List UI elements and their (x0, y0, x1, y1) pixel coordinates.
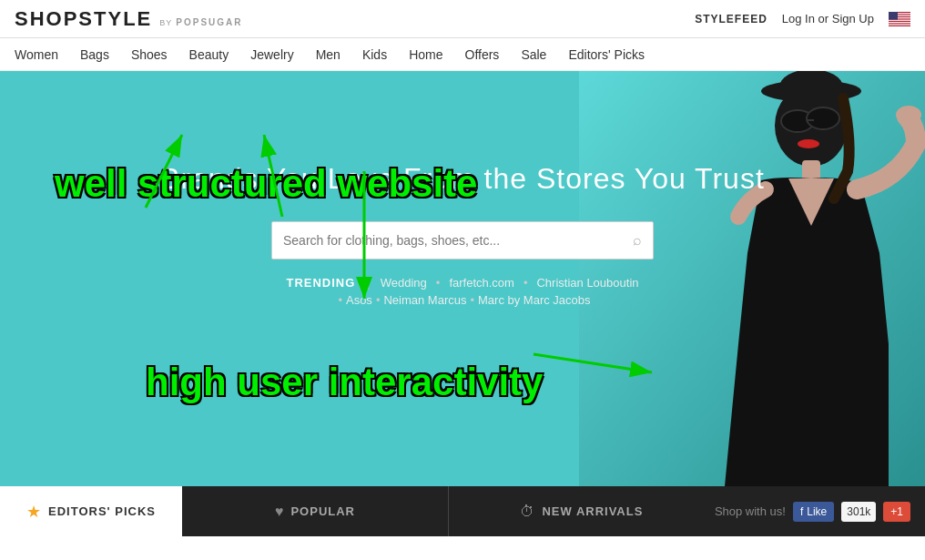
shop-with-us-label: Shop with us! (715, 504, 786, 518)
svg-rect-6 (889, 24, 910, 25)
nav-item-jewelry[interactable]: Jewelry (250, 47, 293, 62)
trending-section: TRENDING | Wedding • farfetch.com • Chri… (286, 276, 638, 307)
header: SHOPSTYLE BY POPSUGAR STYLEFEED Log In o… (0, 0, 925, 38)
annotation-top: well structured website (55, 162, 477, 206)
trending-louboutin[interactable]: Christian Louboutin (536, 276, 638, 290)
trending-marc[interactable]: Marc by Marc Jacobs (478, 293, 591, 307)
nav-item-women[interactable]: Women (15, 47, 58, 62)
svg-rect-4 (889, 19, 910, 20)
svg-point-19 (807, 107, 839, 129)
star-icon: ★ (26, 502, 41, 522)
us-flag-icon[interactable] (889, 12, 910, 26)
trending-neiman[interactable]: Neiman Marcus (383, 293, 466, 307)
header-right: STYLEFEED Log In or Sign Up (695, 12, 910, 26)
trending-wedding[interactable]: Wedding (381, 276, 427, 290)
main-nav: Women Bags Shoes Beauty Jewelry Men Kids… (0, 38, 925, 71)
nav-item-sale[interactable]: Sale (521, 47, 546, 62)
search-box[interactable]: ⌕ (271, 221, 654, 260)
trending-row2: • Asos • Neiman Marcus • Marc by Marc Ja… (286, 293, 638, 307)
bottom-bar: ★ EDITORS' PICKS ♥ POPULAR ⏱ NEW ARRIVAL… (0, 486, 925, 536)
search-container: ⌕ (271, 221, 654, 260)
logo-popsugar: POPSUGAR (176, 17, 242, 27)
trending-farfetch[interactable]: farfetch.com (449, 276, 514, 290)
editors-picks-label: EDITORS' PICKS (48, 504, 156, 518)
nav-item-men[interactable]: Men (316, 47, 341, 62)
trending-label: TRENDING (286, 276, 355, 290)
tab-editors-picks[interactable]: ★ EDITORS' PICKS (0, 486, 182, 536)
trending-asos[interactable]: Asos (346, 293, 372, 307)
nav-item-kids[interactable]: Kids (362, 47, 387, 62)
new-arrivals-label: NEW ARRIVALS (542, 504, 643, 518)
tab-popular[interactable]: ♥ POPULAR (182, 486, 449, 536)
svg-point-25 (798, 139, 819, 148)
nav-item-beauty[interactable]: Beauty (189, 47, 229, 62)
google-plus-label: +1 (890, 505, 903, 518)
search-icon[interactable]: ⌕ (633, 232, 642, 249)
logo-shopstyle[interactable]: SHOPSTYLE (15, 7, 152, 31)
facebook-count: 301k (841, 502, 876, 522)
shop-with-us: Shop with us! f Like 301k +1 (715, 502, 910, 522)
search-input[interactable] (283, 233, 633, 248)
login-link[interactable]: Log In or Sign Up (782, 12, 874, 25)
svg-rect-5 (889, 22, 910, 23)
fb-like-label: Like (807, 505, 827, 518)
nav-item-offers[interactable]: Offers (465, 47, 500, 62)
fb-icon: f (800, 505, 803, 518)
svg-point-22 (896, 106, 921, 124)
svg-rect-7 (889, 12, 898, 20)
nav-item-editors-picks[interactable]: Editors' Picks (568, 47, 645, 62)
nav-item-home[interactable]: Home (409, 47, 442, 62)
trending-divider: | (366, 276, 369, 290)
heart-icon: ♥ (275, 504, 284, 520)
tab-new-arrivals[interactable]: ⏱ NEW ARRIVALS (449, 486, 715, 536)
facebook-like-button[interactable]: f Like (793, 502, 834, 522)
clock-icon: ⏱ (520, 504, 534, 520)
nav-item-bags[interactable]: Bags (80, 47, 109, 62)
stylefeed-link[interactable]: STYLEFEED (695, 13, 767, 25)
hero-section: well structured website high user intera… (0, 71, 925, 486)
annotation-bottom: high user interactivity (146, 361, 543, 404)
logo-area: SHOPSTYLE BY POPSUGAR (15, 7, 243, 31)
nav-item-shoes[interactable]: Shoes (131, 47, 168, 62)
popular-label: POPULAR (290, 504, 355, 518)
google-plus-button[interactable]: +1 (883, 502, 910, 522)
logo-by: BY (159, 18, 172, 27)
